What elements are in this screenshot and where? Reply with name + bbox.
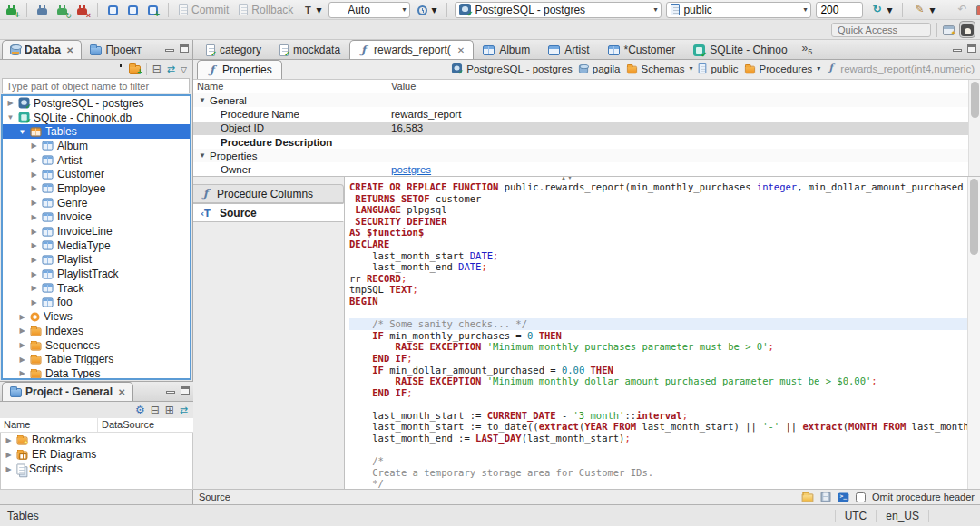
tree-item-tables[interactable]: ▼Tables: [3, 124, 190, 139]
omit-procedure-header-checkbox[interactable]: [856, 492, 866, 502]
dropdown-caret-icon[interactable]: ▾: [929, 4, 935, 16]
connect-button[interactable]: [34, 4, 50, 16]
property-row-procedure-description[interactable]: Procedure Description: [193, 135, 980, 149]
tree-item-customer[interactable]: ▶Customer: [3, 167, 190, 181]
tree-item-mediatype[interactable]: ▶MediaType: [3, 239, 190, 253]
editor-tab-album[interactable]: Album: [474, 40, 539, 59]
tree-item-artist[interactable]: ▶Artist: [3, 153, 190, 168]
maximize-icon[interactable]: [181, 386, 190, 394]
tab-project-general[interactable]: Project - General ✕: [2, 382, 133, 401]
dbeaver-perspective-button[interactable]: [960, 22, 975, 36]
source-scrollbar[interactable]: [967, 177, 980, 489]
dropdown-caret-icon[interactable]: ▾: [402, 5, 406, 14]
tree-item-sqlite-chinook-db[interactable]: ▼SQLite - Chinook.db: [3, 111, 190, 125]
breadcrumb-item[interactable]: pagila: [578, 63, 621, 74]
close-icon[interactable]: ✕: [118, 387, 125, 397]
dropdown-caret-icon[interactable]: ▾: [817, 64, 820, 73]
project-item-scripts[interactable]: ▶Scripts: [1, 462, 192, 476]
locale-indicator[interactable]: en_US: [876, 510, 929, 522]
tree-item-sequences[interactable]: ▶Sequences: [3, 338, 190, 353]
compare-pen-button[interactable]: ▾: [910, 3, 937, 17]
disclosure-right-icon[interactable]: ▶: [5, 436, 13, 444]
dropdown-caret-icon[interactable]: ▾: [887, 4, 892, 16]
maximize-icon[interactable]: [967, 44, 976, 53]
connect-new-button[interactable]: [4, 4, 19, 16]
source-code[interactable]: CREATE OR REPLACE FUNCTION public.reward…: [345, 177, 980, 489]
open-console-icon[interactable]: [838, 493, 849, 502]
sql-editor-button[interactable]: [105, 4, 121, 16]
disclosure-right-icon[interactable]: ▶: [5, 451, 13, 459]
caret-menu-icon[interactable]: [181, 63, 187, 75]
dropdown-caret-icon[interactable]: ▾: [653, 5, 657, 14]
property-row-procedure-name[interactable]: Procedure Namerewards_report: [193, 107, 980, 121]
tx-mode-select[interactable]: Auto▾: [328, 2, 410, 18]
project-item-bookmarks[interactable]: ▶Bookmarks: [1, 433, 192, 447]
properties-scrollbar[interactable]: [968, 80, 980, 177]
open-perspective-button[interactable]: [943, 23, 955, 35]
tree-item-track[interactable]: ▶Track: [3, 281, 190, 296]
disclosure-right-icon[interactable]: ▶: [18, 356, 26, 364]
transaction-log-button[interactable]: ▾: [300, 3, 324, 17]
disclosure-down-icon[interactable]: ▼: [199, 96, 207, 104]
tab-properties[interactable]: Properties: [197, 60, 282, 79]
tree-item-album[interactable]: ▶Album: [3, 139, 190, 153]
breadcrumb-item[interactable]: public: [698, 63, 738, 74]
minimize-icon[interactable]: [166, 391, 175, 394]
editor-tab-mockdata[interactable]: mockdata: [270, 40, 349, 59]
disclosure-right-icon[interactable]: ▶: [30, 156, 38, 164]
disclosure-right-icon[interactable]: ▶: [30, 170, 38, 179]
disclosure-down-icon[interactable]: ▼: [6, 113, 15, 122]
connection-select[interactable]: PostgreSQL - postgres▾: [455, 2, 662, 18]
new-sql-script-button[interactable]: [145, 4, 161, 16]
disclosure-right-icon[interactable]: ▶: [30, 141, 38, 150]
editor-tab--customer[interactable]: *Customer: [599, 40, 685, 59]
object-filter-input[interactable]: [2, 78, 190, 93]
disclosure-right-icon[interactable]: ▶: [30, 241, 38, 249]
close-icon[interactable]: ✕: [457, 45, 465, 55]
tree-item-views[interactable]: ▶Views: [3, 309, 190, 324]
column-value[interactable]: Value: [387, 80, 419, 93]
tab-overflow-indicator[interactable]: »5: [797, 42, 818, 56]
quick-access-input[interactable]: [831, 23, 931, 37]
minimize-icon[interactable]: [953, 49, 962, 52]
dropdown-caret-icon[interactable]: ▾: [316, 4, 321, 16]
undo-button[interactable]: [954, 3, 972, 16]
maximize-icon[interactable]: [180, 44, 189, 53]
property-row-object-id[interactable]: Object ID16,583: [193, 122, 980, 135]
column-datasource[interactable]: DataSource: [98, 418, 158, 432]
property-row-properties[interactable]: ▼Properties: [193, 149, 980, 162]
disclosure-right-icon[interactable]: ▶: [30, 184, 38, 192]
collapse-icon[interactable]: [151, 404, 160, 416]
refresh-button[interactable]: ▾: [867, 3, 895, 17]
disclosure-right-icon[interactable]: ▶: [30, 213, 38, 221]
editor-tab-rewards-report-[interactable]: rewards_report(✕: [349, 40, 474, 59]
commit-button[interactable]: Commit: [176, 3, 231, 17]
rollback-button[interactable]: Rollback: [236, 3, 296, 17]
editor-tab-sqlite-chinoo[interactable]: SQLite - Chinoo: [684, 40, 796, 59]
dropdown-caret-icon[interactable]: ▾: [803, 5, 807, 14]
tree-item-indexes[interactable]: ▶Indexes: [3, 324, 190, 338]
disclosure-down-icon[interactable]: ▼: [18, 128, 26, 136]
tree-item-employee[interactable]: ▶Employee: [3, 181, 190, 196]
tree-item-foo[interactable]: ▶foo: [3, 296, 190, 310]
timezone-indicator[interactable]: UTC: [835, 510, 877, 522]
tree-item-table-triggers[interactable]: ▶Table Triggers: [3, 352, 190, 366]
disclosure-down-icon[interactable]: ▼: [199, 151, 207, 160]
reconnect-button[interactable]: [54, 4, 70, 16]
breadcrumb-item[interactable]: PostgreSQL - postgres: [451, 63, 573, 74]
breadcrumb-item[interactable]: rewards_report(int4,numeric): [826, 63, 975, 74]
load-from-file-icon[interactable]: [802, 494, 814, 502]
save-to-file-icon[interactable]: [820, 492, 830, 502]
disclosure-right-icon[interactable]: ▶: [30, 298, 38, 307]
splitter-sash[interactable]: ▲▼: [561, 177, 573, 180]
tree-item-postgresql-postgres[interactable]: ▶PostgreSQL - postgres: [3, 96, 190, 111]
history-button[interactable]: ▾: [415, 3, 439, 17]
editor-tab-artist[interactable]: Artist: [539, 40, 598, 59]
project-item-er-diagrams[interactable]: ▶ER Diagrams: [1, 447, 192, 462]
dropdown-caret-icon[interactable]: ▾: [689, 64, 692, 73]
folder-new-icon[interactable]: [129, 65, 141, 74]
gear-icon[interactable]: [135, 404, 145, 416]
tree-item-data-types[interactable]: ▶Data Types: [3, 366, 190, 380]
side-tab-procedure-columns[interactable]: Procedure Columns: [193, 184, 344, 203]
disclosure-right-icon[interactable]: ▶: [18, 313, 26, 321]
